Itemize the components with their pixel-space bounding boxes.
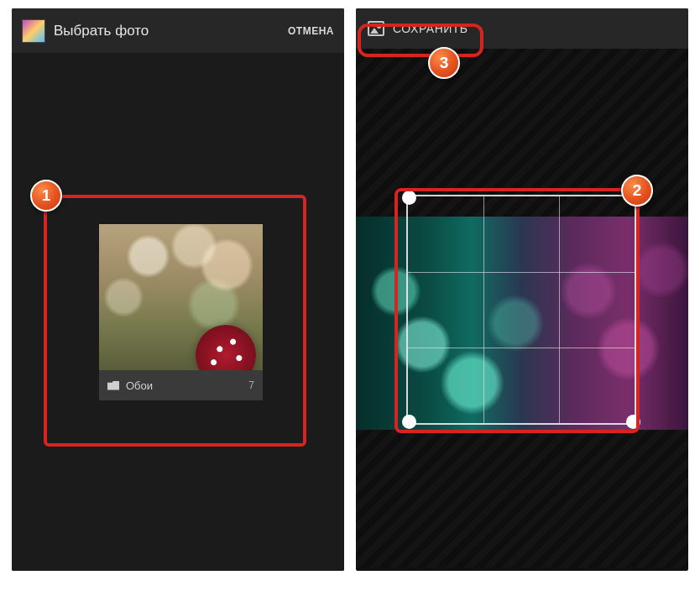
cancel-button[interactable]: ОТМЕНА xyxy=(288,25,334,37)
stage: Выбрать фото ОТМЕНА Обои 7 СОХРАНИТЬ xyxy=(0,0,700,596)
phone-picker: Выбрать фото ОТМЕНА Обои 7 xyxy=(12,8,344,571)
folder-name: Обои xyxy=(126,379,242,392)
page-title: Выбрать фото xyxy=(54,23,279,39)
grid-line xyxy=(559,196,560,423)
folder-thumbnail xyxy=(99,224,263,370)
folder-icon xyxy=(107,381,119,390)
folder-tile[interactable]: Обои 7 xyxy=(99,224,263,400)
crop-handle-br[interactable] xyxy=(626,415,640,429)
save-label: СОХРАНИТЬ xyxy=(393,22,468,35)
crop-handle-bl[interactable] xyxy=(402,415,416,429)
phone-cropper: СОХРАНИТЬ xyxy=(356,8,688,571)
grid-line xyxy=(408,272,635,273)
cropper-body xyxy=(356,49,688,567)
savebar: СОХРАНИТЬ xyxy=(356,8,688,49)
crop-handle-tr[interactable] xyxy=(626,191,640,205)
crop-frame[interactable] xyxy=(408,196,635,423)
titlebar: Выбрать фото ОТМЕНА xyxy=(12,8,344,53)
app-icon xyxy=(22,19,45,43)
picker-body: Обои 7 xyxy=(12,53,344,571)
image-icon xyxy=(368,21,384,36)
grid-line xyxy=(483,196,484,423)
folder-label-bar: Обои 7 xyxy=(99,370,263,400)
save-button[interactable]: СОХРАНИТЬ xyxy=(368,21,468,36)
grid-line xyxy=(408,348,635,348)
crop-handle-tl[interactable] xyxy=(402,191,416,205)
folder-count: 7 xyxy=(248,379,254,391)
